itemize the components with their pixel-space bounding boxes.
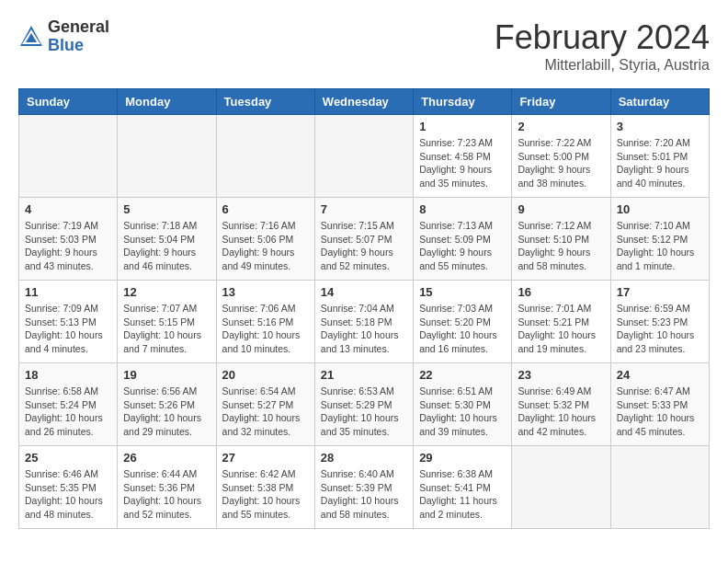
- day-info: Sunrise: 6:51 AM Sunset: 5:30 PM Dayligh…: [419, 385, 506, 439]
- day-number: 16: [518, 285, 604, 299]
- calendar-day-cell: 12Sunrise: 7:07 AM Sunset: 5:15 PM Dayli…: [118, 281, 216, 363]
- day-number: 13: [222, 285, 309, 299]
- calendar-day-cell: 24Sunrise: 6:47 AM Sunset: 5:33 PM Dayli…: [610, 363, 709, 446]
- day-info: Sunrise: 7:13 AM Sunset: 5:09 PM Dayligh…: [419, 219, 506, 273]
- calendar-day-cell: 8Sunrise: 7:13 AM Sunset: 5:09 PM Daylig…: [414, 198, 512, 281]
- day-info: Sunrise: 7:07 AM Sunset: 5:15 PM Dayligh…: [123, 302, 210, 356]
- column-header-monday: Monday: [118, 89, 216, 115]
- calendar-week-row: 25Sunrise: 6:46 AM Sunset: 5:35 PM Dayli…: [19, 446, 710, 529]
- day-info: Sunrise: 6:53 AM Sunset: 5:29 PM Dayligh…: [321, 385, 407, 439]
- day-info: Sunrise: 7:23 AM Sunset: 4:58 PM Dayligh…: [419, 136, 506, 190]
- day-info: Sunrise: 6:46 AM Sunset: 5:35 PM Dayligh…: [25, 467, 111, 522]
- day-number: 25: [25, 451, 111, 465]
- calendar-day-cell: 7Sunrise: 7:15 AM Sunset: 5:07 PM Daylig…: [314, 198, 413, 281]
- calendar-day-cell: 23Sunrise: 6:49 AM Sunset: 5:32 PM Dayli…: [512, 363, 610, 446]
- day-number: 10: [617, 202, 703, 216]
- calendar-title: February 2024: [495, 18, 710, 57]
- calendar-day-cell: 20Sunrise: 6:54 AM Sunset: 5:27 PM Dayli…: [216, 363, 314, 446]
- day-number: 28: [321, 451, 407, 465]
- calendar-week-row: 4Sunrise: 7:19 AM Sunset: 5:03 PM Daylig…: [19, 198, 710, 281]
- day-number: 18: [25, 368, 111, 382]
- column-header-tuesday: Tuesday: [216, 89, 314, 115]
- column-header-thursday: Thursday: [414, 89, 512, 115]
- calendar-day-cell: 17Sunrise: 6:59 AM Sunset: 5:23 PM Dayli…: [610, 281, 709, 363]
- calendar-day-cell: 5Sunrise: 7:18 AM Sunset: 5:04 PM Daylig…: [118, 198, 216, 281]
- calendar-day-cell: 13Sunrise: 7:06 AM Sunset: 5:16 PM Dayli…: [216, 281, 314, 363]
- day-number: 23: [518, 368, 604, 382]
- day-number: 7: [321, 202, 407, 216]
- calendar-day-cell: 18Sunrise: 6:58 AM Sunset: 5:24 PM Dayli…: [19, 363, 118, 446]
- day-number: 2: [518, 120, 604, 133]
- day-number: 9: [518, 202, 604, 216]
- day-info: Sunrise: 6:58 AM Sunset: 5:24 PM Dayligh…: [25, 385, 111, 439]
- day-info: Sunrise: 7:16 AM Sunset: 5:06 PM Dayligh…: [222, 219, 309, 273]
- calendar-day-cell: 10Sunrise: 7:10 AM Sunset: 5:12 PM Dayli…: [610, 198, 709, 281]
- day-number: 8: [419, 202, 506, 216]
- day-number: 15: [419, 285, 506, 299]
- day-number: 1: [419, 120, 506, 133]
- day-number: 14: [321, 285, 407, 299]
- day-number: 21: [321, 368, 407, 382]
- calendar-day-cell: 19Sunrise: 6:56 AM Sunset: 5:26 PM Dayli…: [118, 363, 216, 446]
- day-info: Sunrise: 7:09 AM Sunset: 5:13 PM Dayligh…: [25, 302, 111, 356]
- day-number: 19: [123, 368, 210, 382]
- column-header-sunday: Sunday: [19, 89, 118, 115]
- day-number: 26: [123, 451, 210, 465]
- day-number: 6: [222, 202, 309, 216]
- day-info: Sunrise: 6:49 AM Sunset: 5:32 PM Dayligh…: [518, 385, 604, 439]
- calendar-day-cell: 16Sunrise: 7:01 AM Sunset: 5:21 PM Dayli…: [512, 281, 610, 363]
- calendar-week-row: 18Sunrise: 6:58 AM Sunset: 5:24 PM Dayli…: [19, 363, 710, 446]
- day-info: Sunrise: 7:20 AM Sunset: 5:01 PM Dayligh…: [617, 136, 703, 190]
- calendar-day-cell: 15Sunrise: 7:03 AM Sunset: 5:20 PM Dayli…: [414, 281, 512, 363]
- calendar-day-cell: 21Sunrise: 6:53 AM Sunset: 5:29 PM Dayli…: [314, 363, 413, 446]
- day-info: Sunrise: 7:06 AM Sunset: 5:16 PM Dayligh…: [222, 302, 309, 356]
- calendar-subtitle: Mitterlabill, Styria, Austria: [495, 57, 710, 74]
- day-info: Sunrise: 6:54 AM Sunset: 5:27 PM Dayligh…: [222, 385, 309, 439]
- day-info: Sunrise: 6:44 AM Sunset: 5:36 PM Dayligh…: [123, 467, 210, 522]
- calendar-day-cell: 29Sunrise: 6:38 AM Sunset: 5:41 PM Dayli…: [414, 446, 512, 529]
- calendar-day-cell: 3Sunrise: 7:20 AM Sunset: 5:01 PM Daylig…: [610, 115, 709, 198]
- day-number: 22: [419, 368, 506, 382]
- calendar-day-cell: 1Sunrise: 7:23 AM Sunset: 4:58 PM Daylig…: [414, 115, 512, 198]
- calendar-day-cell: 9Sunrise: 7:12 AM Sunset: 5:10 PM Daylig…: [512, 198, 610, 281]
- day-info: Sunrise: 7:15 AM Sunset: 5:07 PM Dayligh…: [321, 219, 407, 273]
- calendar-day-cell: [512, 446, 610, 529]
- day-info: Sunrise: 7:22 AM Sunset: 5:00 PM Dayligh…: [518, 136, 604, 190]
- calendar-day-cell: [19, 115, 118, 198]
- day-number: 4: [25, 202, 111, 216]
- calendar-day-cell: 6Sunrise: 7:16 AM Sunset: 5:06 PM Daylig…: [216, 198, 314, 281]
- day-info: Sunrise: 6:59 AM Sunset: 5:23 PM Dayligh…: [617, 302, 703, 356]
- day-info: Sunrise: 6:40 AM Sunset: 5:39 PM Dayligh…: [321, 467, 407, 522]
- day-info: Sunrise: 6:38 AM Sunset: 5:41 PM Dayligh…: [419, 467, 506, 522]
- calendar-day-cell: 27Sunrise: 6:42 AM Sunset: 5:38 PM Dayli…: [216, 446, 314, 529]
- page-header: General Blue February 2024 Mitterlabill,…: [18, 18, 710, 74]
- calendar-table: SundayMondayTuesdayWednesdayThursdayFrid…: [18, 88, 710, 529]
- logo-icon: [18, 24, 44, 50]
- calendar-day-cell: 25Sunrise: 6:46 AM Sunset: 5:35 PM Dayli…: [19, 446, 118, 529]
- calendar-day-cell: 28Sunrise: 6:40 AM Sunset: 5:39 PM Dayli…: [314, 446, 413, 529]
- day-info: Sunrise: 6:56 AM Sunset: 5:26 PM Dayligh…: [123, 385, 210, 439]
- calendar-header-row: SundayMondayTuesdayWednesdayThursdayFrid…: [19, 89, 710, 115]
- calendar-day-cell: 26Sunrise: 6:44 AM Sunset: 5:36 PM Dayli…: [118, 446, 216, 529]
- calendar-title-section: February 2024 Mitterlabill, Styria, Aust…: [495, 18, 710, 74]
- calendar-week-row: 11Sunrise: 7:09 AM Sunset: 5:13 PM Dayli…: [19, 281, 710, 363]
- day-info: Sunrise: 7:04 AM Sunset: 5:18 PM Dayligh…: [321, 302, 407, 356]
- calendar-day-cell: 14Sunrise: 7:04 AM Sunset: 5:18 PM Dayli…: [314, 281, 413, 363]
- day-number: 17: [617, 285, 703, 299]
- calendar-day-cell: 2Sunrise: 7:22 AM Sunset: 5:00 PM Daylig…: [512, 115, 610, 198]
- day-info: Sunrise: 7:01 AM Sunset: 5:21 PM Dayligh…: [518, 302, 604, 356]
- day-number: 24: [617, 368, 703, 382]
- calendar-day-cell: [118, 115, 216, 198]
- day-info: Sunrise: 6:47 AM Sunset: 5:33 PM Dayligh…: [617, 385, 703, 439]
- day-info: Sunrise: 6:42 AM Sunset: 5:38 PM Dayligh…: [222, 467, 309, 522]
- day-number: 11: [25, 285, 111, 299]
- day-info: Sunrise: 7:03 AM Sunset: 5:20 PM Dayligh…: [419, 302, 506, 356]
- logo: General Blue: [18, 18, 109, 55]
- day-info: Sunrise: 7:12 AM Sunset: 5:10 PM Dayligh…: [518, 219, 604, 273]
- column-header-wednesday: Wednesday: [314, 89, 413, 115]
- calendar-day-cell: 11Sunrise: 7:09 AM Sunset: 5:13 PM Dayli…: [19, 281, 118, 363]
- day-number: 3: [617, 120, 703, 133]
- column-header-saturday: Saturday: [610, 89, 709, 115]
- day-number: 20: [222, 368, 309, 382]
- day-number: 5: [123, 202, 210, 216]
